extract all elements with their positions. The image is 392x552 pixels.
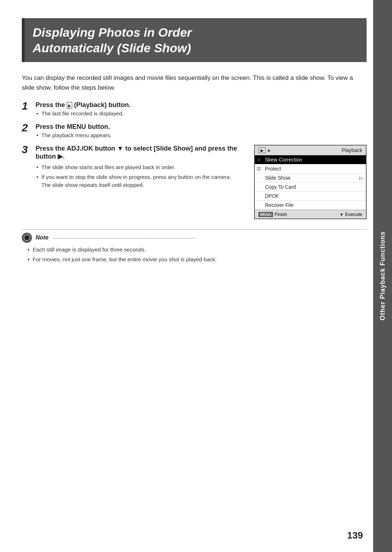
step-1-content: Press the (Playback) button. The last fi…: [36, 101, 367, 116]
step-2-number: 2: [22, 122, 36, 134]
menu-item-protect: Protect: [255, 164, 366, 173]
step-3-bullet-2: If you want to stop the slide show in pr…: [41, 173, 247, 189]
note-icon: [22, 233, 32, 243]
screen-header: ▶ ▶ Playback: [255, 146, 366, 155]
footer-left: MENU Finish: [258, 212, 287, 217]
step-3-bullets: The slide show starts and files are play…: [36, 163, 247, 189]
menu-box: MENU: [258, 212, 273, 217]
camera-screen: ▶ ▶ Playback Skew Correction: [254, 145, 367, 219]
footer-execute-label: Execute: [345, 212, 362, 217]
step-3-wrapper: 3 Press the ADJ./OK button ▼ to select […: [22, 145, 367, 219]
step-3-bullet-1: The slide show starts and files are play…: [41, 163, 247, 172]
title-block: Displaying Photos in Order Automatically…: [22, 18, 367, 62]
play-icon-box: ▶: [258, 147, 266, 153]
screen-footer: MENU Finish Execute: [255, 210, 366, 218]
step-3-title: Press the ADJ./OK button ▼ to select [Sl…: [36, 145, 247, 160]
screen-icons: ▶ ▶: [258, 147, 271, 153]
page-title: Displaying Photos in Order Automatically…: [33, 25, 359, 56]
step-2-title: Press the MENU button.: [36, 123, 367, 131]
menu-item-copytocard: Copy To Card: [255, 183, 366, 192]
slideshow-arrow: ▷: [359, 175, 366, 181]
black-square: [257, 158, 261, 161]
right-sidebar: Other Playback Functions: [373, 0, 392, 552]
step-1-bullet-1: The last file recorded is displayed.: [41, 110, 367, 116]
step-2-content: Press the MENU button. The playback menu…: [36, 123, 367, 138]
screen-header-title: Playback: [342, 147, 362, 153]
menu-item-recoverfile: Recover File: [255, 201, 366, 210]
camera-screen-container: ▶ ▶ Playback Skew Correction: [254, 145, 367, 219]
menu-label-dpof: DPOF: [263, 193, 366, 199]
menu-label-skew: Skew Correction: [263, 157, 366, 163]
menu-label-recoverfile: Recover File: [263, 202, 366, 208]
step-3-content: Press the ADJ./OK button ▼ to select [Sl…: [36, 145, 247, 191]
menu-label-slideshow: Slide Show: [263, 175, 359, 181]
intro-paragraph: You can display the recorded still image…: [22, 73, 367, 93]
note-header: Note -----------------------------------…: [22, 233, 367, 243]
note-bullet-1: Each still image is displayed for three …: [33, 246, 367, 254]
note-dashes: ----------------------------------------…: [52, 235, 367, 241]
note-icon-inner: [24, 234, 30, 241]
step-2: 2 Press the MENU button. The playback me…: [22, 123, 367, 138]
row-indicator-2: [255, 167, 263, 171]
menu-item-skew: Skew Correction: [255, 155, 366, 164]
section-number: 3: [367, 152, 371, 160]
page-number: 139: [347, 530, 363, 541]
step-1-title: Press the (Playback) button.: [36, 101, 367, 109]
note-label: Note: [36, 234, 49, 241]
step-2-bullet-1: The playback menu appears.: [41, 132, 367, 138]
main-content: Displaying Photos in Order Automatically…: [22, 18, 367, 534]
step-3-number: 3: [22, 143, 36, 156]
menu-label-protect: Protect: [263, 166, 366, 172]
footer-right: Execute: [341, 212, 362, 217]
sidebar-label: Other Playback Functions: [379, 231, 387, 320]
menu-item-slideshow: Slide Show ▷: [255, 173, 366, 183]
note-section: Note -----------------------------------…: [22, 229, 367, 263]
step-1: 1 Press the (Playback) button. The last …: [22, 101, 367, 116]
step-1-number: 1: [22, 100, 36, 112]
row-indicator: [255, 158, 263, 161]
menu-label-copytocard: Copy To Card: [263, 184, 366, 190]
execute-arrow-icon: [341, 213, 343, 216]
menu-item-dpof: DPOF: [255, 192, 366, 201]
note-bullet-2: For movies, not just one frame, but the …: [33, 255, 367, 264]
footer-finish-label: Finish: [274, 212, 287, 217]
page: Other Playback Functions 3 Displaying Ph…: [0, 0, 392, 552]
